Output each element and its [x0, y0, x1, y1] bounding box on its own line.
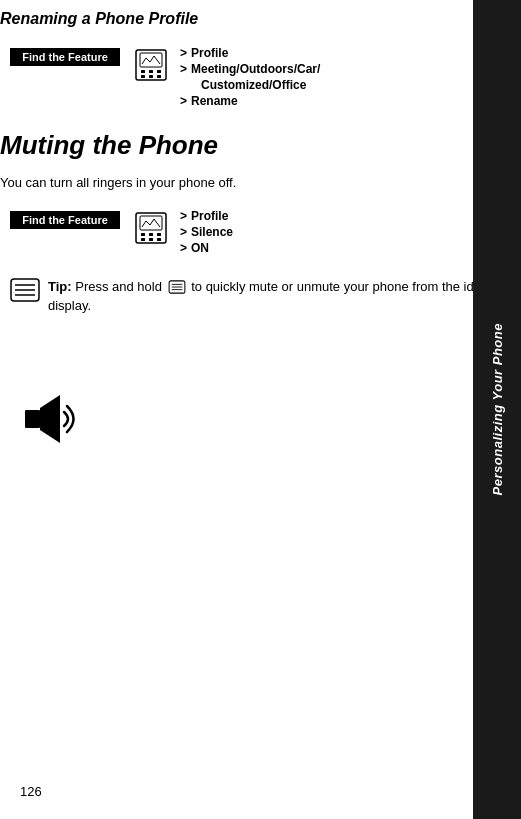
arrow-icon: > [180, 62, 187, 76]
phone-icon-1 [132, 46, 170, 84]
main-content: Renaming a Phone Profile Find the Featur… [0, 0, 521, 316]
menu-path-text: ON [191, 241, 209, 255]
svg-rect-4 [157, 70, 161, 73]
tip-text: Tip: Press and hold to quickly mute or u… [48, 277, 521, 316]
menu-path-1: > Profile > Meeting/Outdoors/Car/ > Cust… [180, 46, 320, 110]
find-feature-row-1: Find the Feature > [10, 46, 521, 110]
menu-path-item: > Profile [180, 46, 320, 60]
find-feature-label-1: Find the Feature [10, 48, 120, 66]
menu-path-item: > Rename [180, 94, 320, 108]
menu-key-icon [10, 278, 40, 302]
menu-path-2: > Profile > Silence > ON [180, 209, 233, 257]
svg-marker-25 [40, 395, 60, 443]
find-feature-label-2: Find the Feature [10, 211, 120, 229]
menu-path-text: Profile [191, 46, 228, 60]
arrow-icon: > [180, 241, 187, 255]
page-number: 126 [20, 784, 42, 799]
svg-rect-15 [157, 238, 161, 241]
svg-rect-6 [149, 75, 153, 78]
tip-body: Press and hold [75, 279, 165, 294]
svg-rect-5 [141, 75, 145, 78]
phone-icon-2 [132, 209, 170, 247]
menu-path-text: Meeting/Outdoors/Car/ [191, 62, 320, 76]
speaker-icon-area [20, 390, 90, 453]
arrow-icon: > [180, 94, 187, 108]
section1-title: Renaming a Phone Profile [0, 10, 521, 28]
svg-rect-13 [141, 238, 145, 241]
menu-path-text: Rename [191, 94, 238, 108]
svg-rect-12 [157, 233, 161, 236]
menu-path-item: > Silence [180, 225, 233, 239]
chapter-heading: Muting the Phone [0, 130, 521, 161]
svg-rect-3 [149, 70, 153, 73]
menu-path-item: > Customized/Office [180, 78, 320, 92]
body-text: You can turn all ringers in your phone o… [0, 173, 521, 193]
side-tab-label: Personalizing Your Phone [490, 323, 505, 495]
arrow-icon: > [180, 46, 187, 60]
arrow-icon: > [180, 225, 187, 239]
side-tab: Personalizing Your Phone [473, 0, 521, 819]
svg-rect-7 [157, 75, 161, 78]
svg-rect-2 [141, 70, 145, 73]
menu-path-text: Silence [191, 225, 233, 239]
arrow-icon: > [180, 209, 187, 223]
svg-rect-14 [149, 238, 153, 241]
tip-row: Tip: Press and hold to quickly mute or u… [10, 277, 521, 316]
menu-path-item: > Profile [180, 209, 233, 223]
svg-rect-11 [149, 233, 153, 236]
tip-prefix: Tip: [48, 279, 72, 294]
menu-path-item: > Meeting/Outdoors/Car/ [180, 62, 320, 76]
menu-path-item: > ON [180, 241, 233, 255]
find-feature-row-2: Find the Feature > Profile > [10, 209, 521, 257]
svg-rect-10 [141, 233, 145, 236]
menu-path-text: Customized/Office [191, 78, 306, 92]
menu-path-text: Profile [191, 209, 228, 223]
svg-rect-24 [25, 410, 40, 428]
